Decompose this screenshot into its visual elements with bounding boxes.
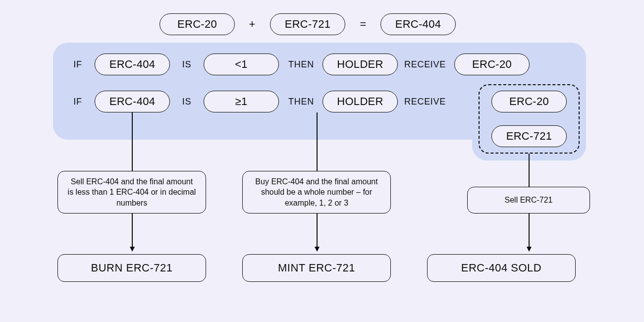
r1-then: THEN — [286, 54, 316, 75]
plus-operator: + — [245, 13, 260, 35]
r2-then: THEN — [286, 91, 316, 112]
result-left-box: BURN ERC-721 — [57, 254, 206, 282]
r1-cond-pill: <1 — [204, 54, 279, 75]
equals-operator: = — [356, 13, 371, 35]
result-mid-box: MINT ERC-721 — [242, 254, 391, 282]
r2-verb: RECEIVE — [404, 91, 446, 112]
r2-subject-label: HOLDER — [337, 95, 383, 108]
eq-erc721-label: ERC-721 — [285, 18, 331, 31]
desc-left-box: Sell ERC-404 and the final amount is les… — [57, 171, 206, 214]
r2-token-pill: ERC-404 — [95, 91, 170, 112]
r1-if: IF — [69, 54, 86, 75]
eq-erc20-pill: ERC-20 — [160, 13, 235, 35]
result-left-text: BURN ERC-721 — [91, 262, 173, 274]
r2-receive-erc20-label: ERC-20 — [509, 95, 549, 108]
desc-right-box: Sell ERC-721 — [467, 187, 590, 214]
connector-right-1 — [529, 154, 530, 187]
connector-mid-1 — [317, 112, 318, 171]
desc-mid-text: Buy ERC-404 and the final amount should … — [252, 176, 381, 209]
r2-cond-label: ≥1 — [235, 95, 248, 108]
r1-is: IS — [178, 54, 195, 75]
r2-receive-erc721-pill: ERC-721 — [491, 125, 567, 147]
connector-mid-2 — [317, 214, 318, 247]
result-mid-text: MINT ERC-721 — [278, 262, 355, 274]
arrowhead-left — [130, 247, 135, 252]
desc-mid-box: Buy ERC-404 and the final amount should … — [242, 171, 391, 214]
r2-subject-pill: HOLDER — [322, 91, 398, 112]
eq-erc721-pill: ERC-721 — [270, 13, 345, 35]
r2-is: IS — [178, 91, 195, 112]
r2-receive-erc20-pill: ERC-20 — [491, 91, 567, 112]
r1-subject-pill: HOLDER — [322, 54, 398, 75]
r2-cond-pill: ≥1 — [204, 91, 279, 112]
r1-cond-label: <1 — [235, 58, 248, 71]
eq-erc20-label: ERC-20 — [177, 18, 217, 31]
plus-label: + — [249, 18, 256, 31]
connector-left-1 — [132, 112, 133, 171]
arrowhead-mid — [315, 247, 320, 252]
equals-label: = — [360, 18, 367, 31]
r2-receive-erc721-label: ERC-721 — [506, 130, 552, 143]
r1-subject-label: HOLDER — [337, 58, 383, 71]
connector-left-2 — [132, 214, 133, 247]
r1-receive-pill: ERC-20 — [454, 54, 530, 75]
arrowhead-right — [527, 247, 532, 252]
result-right-text: ERC-404 SOLD — [461, 262, 542, 274]
connector-right-2 — [529, 214, 530, 247]
eq-erc404-label: ERC-404 — [395, 18, 441, 31]
r1-verb: RECEIVE — [404, 54, 446, 75]
desc-right-text: Sell ERC-721 — [505, 195, 553, 206]
r2-if: IF — [69, 91, 86, 112]
desc-left-text: Sell ERC-404 and the final amount is les… — [67, 176, 197, 209]
eq-erc404-pill: ERC-404 — [380, 13, 456, 35]
result-right-box: ERC-404 SOLD — [427, 254, 576, 282]
r1-receive-label: ERC-20 — [472, 58, 512, 71]
r2-token-label: ERC-404 — [109, 95, 156, 108]
r1-token-label: ERC-404 — [109, 58, 156, 71]
r1-token-pill: ERC-404 — [95, 54, 170, 75]
diagram-canvas: ERC-20 + ERC-721 = ERC-404 IF ERC-404 IS… — [0, 0, 644, 322]
